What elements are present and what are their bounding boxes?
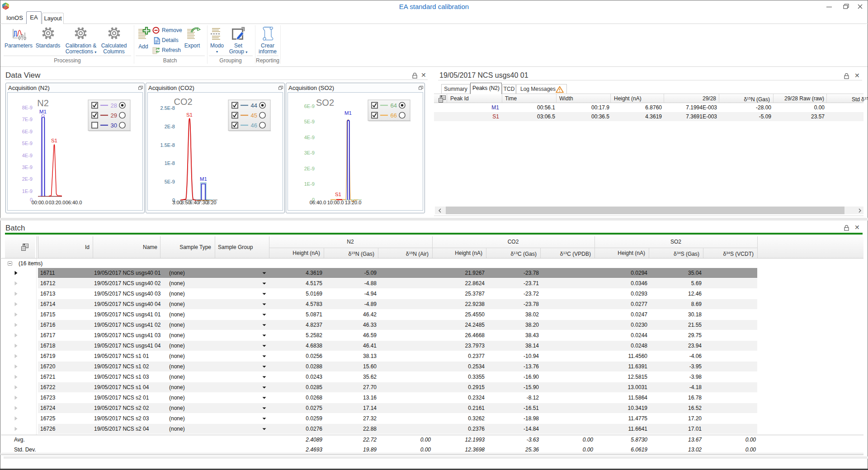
svg-text:7E-9: 7E-9 — [22, 117, 33, 122]
svg-text:CO2: CO2 — [174, 97, 192, 107]
svg-text:64: 64 — [391, 102, 397, 109]
svg-text:2E-9: 2E-9 — [304, 166, 315, 171]
svg-text:S1: S1 — [186, 112, 193, 118]
svg-text:30: 30 — [111, 122, 117, 129]
svg-text:N2: N2 — [37, 98, 49, 108]
svg-text:03:20.0: 03:20.0 — [49, 200, 66, 205]
svg-text:8E-9: 8E-9 — [22, 105, 33, 110]
svg-text:45: 45 — [251, 112, 257, 119]
svg-text:06:40.0: 06:40.0 — [310, 200, 326, 205]
svg-text:1E-9: 1E-9 — [304, 181, 315, 187]
svg-text:00:00.0: 00:00.0 — [32, 200, 48, 205]
svg-text:6E-9: 6E-9 — [304, 103, 315, 109]
svg-text:2E-8: 2E-8 — [165, 124, 175, 129]
svg-text:10:00.0: 10:00.0 — [327, 200, 344, 205]
svg-text:44: 44 — [251, 102, 257, 109]
svg-text:S1: S1 — [51, 138, 57, 143]
svg-text:5E-9: 5E-9 — [22, 141, 33, 146]
svg-text:46: 46 — [251, 122, 257, 129]
svg-text:28: 28 — [111, 102, 117, 109]
svg-text:M1: M1 — [344, 110, 352, 116]
svg-text:SO2: SO2 — [316, 98, 334, 108]
svg-text:1E-9: 1E-9 — [22, 188, 33, 194]
svg-text:66: 66 — [391, 112, 397, 119]
svg-text:3E-9: 3E-9 — [304, 150, 315, 155]
svg-text:4E-9: 4E-9 — [22, 153, 33, 158]
svg-text:3:20: 3:20 — [207, 200, 216, 205]
svg-text:13:20.0: 13:20.0 — [345, 200, 362, 205]
svg-text:M1: M1 — [39, 109, 47, 114]
svg-text:06:40.0: 06:40.0 — [66, 200, 82, 205]
svg-text:1E-8: 1E-8 — [165, 160, 175, 166]
svg-text:1.5E-8: 1.5E-8 — [160, 142, 175, 148]
svg-text:3E-9: 3E-9 — [22, 164, 33, 170]
svg-text:6E-9: 6E-9 — [22, 129, 33, 134]
svg-text:5E-9: 5E-9 — [304, 119, 315, 124]
svg-text:M1: M1 — [200, 176, 207, 182]
svg-text:5E-9: 5E-9 — [165, 179, 175, 184]
svg-text:4E-9: 4E-9 — [304, 135, 315, 140]
svg-text:2E-9: 2E-9 — [22, 176, 33, 182]
svg-text:29: 29 — [111, 112, 117, 119]
svg-text:2.5E-8: 2.5E-8 — [160, 105, 175, 111]
svg-text:S1: S1 — [335, 192, 341, 197]
